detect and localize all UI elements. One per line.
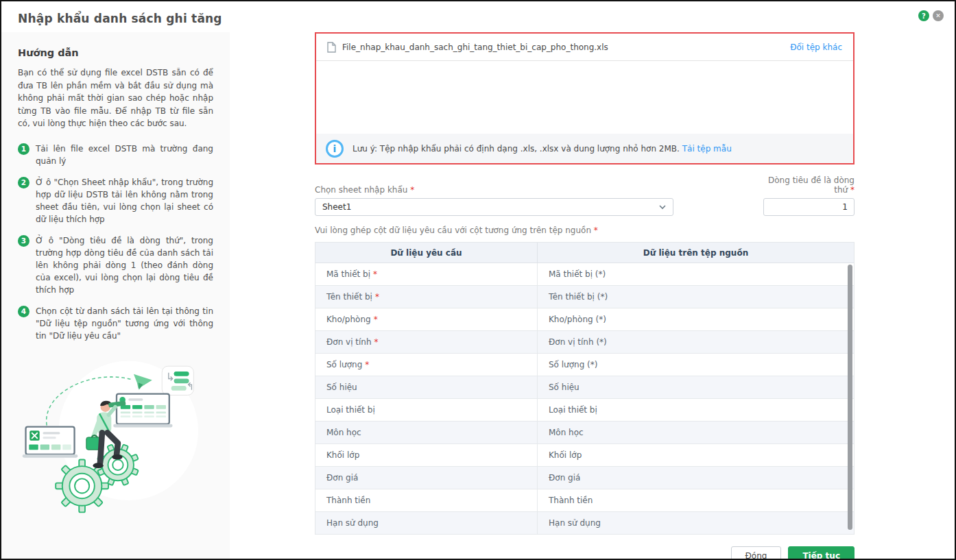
required-asterisk: * — [850, 185, 855, 195]
required-cell-text: Đơn vị tính — [326, 337, 372, 347]
table-row: Đơn giá Đơn giá — [315, 467, 854, 489]
table-body: Mã thiết bị* Mã thiết bị (*) Tên thiết b… — [315, 263, 854, 535]
step-number-badge: 3 — [18, 235, 29, 247]
step-text: Ở ô "Chọn Sheet nhập khẩu", trong trường… — [36, 176, 213, 226]
table-row: Khối lớp Khối lớp — [315, 444, 854, 467]
table-header-required: Dữ liệu yêu cầu — [315, 243, 538, 263]
required-cell-text: Tên thiết bị — [326, 292, 372, 302]
sheet-select-value: Sheet1 — [322, 202, 659, 212]
source-cell[interactable]: Số hiệu — [538, 376, 854, 398]
source-cell[interactable]: Khối lớp — [538, 444, 854, 466]
required-cell-text: Số hiệu — [326, 382, 357, 392]
import-illustration — [18, 346, 213, 528]
required-cell: Hạn sử dụng — [315, 512, 538, 534]
sheet-select-label-text: Chọn sheet nhập khẩu — [315, 185, 407, 195]
sheet-select[interactable]: Sheet1 — [315, 198, 673, 216]
required-cell: Đơn giá — [315, 467, 538, 489]
step-item: 3 Ở ô "Dòng tiêu đề là dòng thứ", trong … — [18, 234, 213, 296]
required-cell: Môn học — [315, 422, 538, 443]
table-row: Số lượng* Số lượng (*) — [315, 354, 854, 376]
required-cell: Đơn vị tính* — [315, 331, 538, 353]
required-asterisk: * — [374, 315, 378, 324]
required-cell: Số lượng* — [315, 354, 538, 376]
table-row: Số hiệu Số hiệu — [315, 376, 854, 399]
instructions-intro: Bạn có thể sử dụng file excel DSTB sẵn c… — [18, 66, 213, 130]
step-item: 1 Tải lên file excel DSTB mà trường đang… — [18, 143, 213, 167]
required-cell-text: Kho/phòng — [326, 315, 371, 324]
table-row: Kho/phòng* Kho/phòng (*) — [315, 308, 854, 331]
source-cell[interactable]: Kho/phòng (*) — [538, 308, 854, 330]
source-cell[interactable]: Đơn vị tính (*) — [538, 331, 854, 353]
step-text: Chọn cột từ danh sách tải lên tại thông … — [36, 305, 213, 342]
page-title: Nhập khẩu danh sách ghi tăng — [18, 12, 222, 25]
required-asterisk: * — [374, 337, 379, 347]
upload-dropzone[interactable]: File_nhap_khau_danh_sach_ghi_tang_thiet_… — [315, 32, 855, 165]
table-row: Môn học Môn học — [315, 422, 854, 444]
required-cell-text: Đơn giá — [326, 473, 358, 483]
instructions-panel: Hướng dẫn Bạn có thể sử dụng file excel … — [1, 32, 230, 559]
source-cell[interactable]: Môn học — [538, 422, 854, 443]
help-icon[interactable]: ? — [918, 10, 929, 21]
info-icon: i — [326, 140, 344, 158]
upload-note-text: Lưu ý: Tệp nhập khẩu phải có định dạng .… — [352, 144, 680, 154]
source-cell[interactable]: Tên thiết bị (*) — [538, 286, 854, 308]
upload-note-bar: i Lưu ý: Tệp nhập khẩu phải có định dạng… — [316, 134, 853, 163]
header-row-input[interactable] — [763, 198, 855, 216]
required-cell: Kho/phòng* — [315, 308, 538, 330]
download-template-link[interactable]: Tải tệp mẫu — [682, 144, 732, 154]
instructions-steps: 1 Tải lên file excel DSTB mà trường đang… — [18, 143, 213, 342]
close-icon[interactable]: ✕ — [933, 10, 944, 21]
required-cell-text: Mã thiết bị — [326, 269, 370, 279]
import-form: File_nhap_khau_danh_sach_ghi_tang_thiet_… — [315, 32, 855, 560]
header-row-label: Dòng tiêu đề là dòng thứ * — [763, 175, 855, 195]
step-text: Ở ô "Dòng tiêu đề là dòng thứ", trong tr… — [36, 234, 213, 296]
table-header-row: Dữ liệu yêu cầu Dữ liệu trên tệp nguồn — [315, 243, 854, 263]
dialog-footer: Đóng Tiếp tục — [315, 546, 855, 560]
source-cell[interactable]: Đơn giá — [538, 467, 854, 489]
source-cell[interactable]: Thành tiền — [538, 489, 854, 511]
required-cell: Số hiệu — [315, 376, 538, 398]
step-item: 2 Ở ô "Chọn Sheet nhập khẩu", trong trườ… — [18, 176, 213, 226]
table-scrollbar[interactable] — [848, 265, 852, 530]
required-cell: Thành tiền — [315, 489, 538, 511]
required-cell: Khối lớp — [315, 444, 538, 466]
source-cell[interactable]: Mã thiết bị (*) — [538, 263, 854, 285]
upload-note: Lưu ý: Tệp nhập khẩu phải có định dạng .… — [352, 144, 732, 154]
table-row: Loại thiết bị Loại thiết bị — [315, 399, 854, 422]
source-cell[interactable]: Loại thiết bị — [538, 399, 854, 421]
step-text: Tải lên file excel DSTB mà trường đang q… — [36, 143, 213, 167]
change-file-link[interactable]: Đổi tệp khác — [790, 42, 842, 52]
table-row: Mã thiết bị* Mã thiết bị (*) — [315, 263, 854, 286]
step-item: 4 Chọn cột từ danh sách tải lên tại thôn… — [18, 305, 213, 342]
required-asterisk: * — [410, 185, 414, 195]
table-header-source: Dữ liệu trên tệp nguồn — [538, 243, 854, 263]
uploaded-file-row: File_nhap_khau_danh_sach_ghi_tang_thiet_… — [316, 34, 853, 61]
continue-button[interactable]: Tiếp tục — [788, 546, 855, 560]
required-cell: Mã thiết bị* — [315, 263, 538, 285]
sheet-select-label: Chọn sheet nhập khẩu * — [315, 185, 673, 195]
close-button[interactable]: Đóng — [731, 546, 782, 560]
mapping-instruction: Vui lòng ghép cột dữ liệu yêu cầu với cộ… — [315, 226, 855, 235]
step-number-badge: 4 — [18, 306, 29, 317]
required-cell: Loại thiết bị — [315, 399, 538, 421]
source-cell[interactable]: Hạn sử dụng — [538, 512, 854, 534]
required-asterisk: * — [373, 269, 377, 279]
uploaded-file-name: File_nhap_khau_danh_sach_ghi_tang_thiet_… — [342, 42, 608, 52]
required-cell-text: Loại thiết bị — [326, 405, 375, 415]
required-cell-text: Hạn sử dụng — [326, 518, 379, 528]
instructions-heading: Hướng dẫn — [18, 47, 213, 58]
mapping-instruction-text: Vui lòng ghép cột dữ liệu yêu cầu với cộ… — [315, 226, 591, 235]
step-number-badge: 2 — [18, 177, 29, 188]
table-row: Thành tiền Thành tiền — [315, 489, 854, 512]
required-cell-text: Khối lớp — [326, 450, 359, 460]
table-row: Đơn vị tính* Đơn vị tính (*) — [315, 331, 854, 354]
required-cell: Tên thiết bị* — [315, 286, 538, 308]
table-row: Hạn sử dụng Hạn sử dụng — [315, 512, 854, 535]
file-icon — [327, 42, 336, 53]
step-number-badge: 1 — [18, 143, 29, 155]
header-row-label-text: Dòng tiêu đề là dòng thứ — [768, 175, 855, 195]
required-asterisk: * — [594, 226, 598, 235]
source-cell[interactable]: Số lượng (*) — [538, 354, 854, 376]
table-row: Tên thiết bị* Tên thiết bị (*) — [315, 286, 854, 308]
required-asterisk: * — [375, 292, 379, 302]
